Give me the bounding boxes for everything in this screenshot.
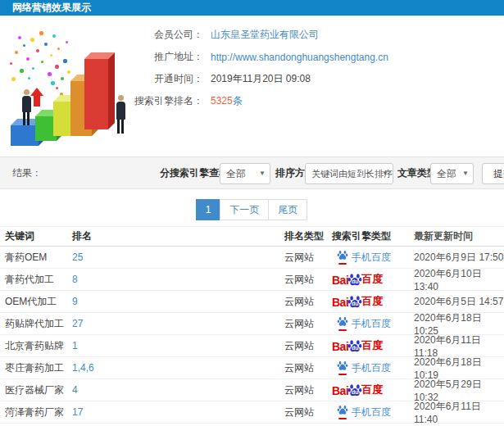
rank-link[interactable]: 8 — [72, 274, 78, 285]
rank-cell: 9 — [67, 296, 279, 307]
chevron-down-icon: ▼ — [259, 164, 266, 184]
field-label: 推广地址： — [90, 50, 203, 64]
promo-url-link[interactable]: http://www.shandonghuangshengtang.cn — [211, 52, 388, 63]
confetti-dot — [55, 65, 59, 69]
confetti-dot — [41, 61, 43, 63]
confetti-dot — [44, 43, 48, 46]
engine-cell: Baidu百度 — [327, 272, 409, 287]
keyword-cell: 药贴牌代加工 — [0, 317, 67, 331]
keyword-cell: 菏泽膏药厂家 — [0, 406, 67, 419]
table-row: 枣庄膏药加工1,4,6云网站手机百度2020年6月18日 10:19 — [0, 357, 504, 379]
rank-link[interactable]: 17 — [72, 406, 83, 418]
confetti-dot — [51, 81, 55, 85]
rank-cell: 25 — [67, 252, 279, 263]
keyword-cell: 北京膏药贴牌 — [0, 339, 67, 353]
header-keyword: 关键词 — [0, 229, 67, 243]
table-row: 北京膏药贴牌1云网站Baidu百度2020年6月11日 11:18 — [0, 335, 504, 357]
rank-link[interactable]: 25 — [72, 252, 83, 263]
rank-type-cell: 云网站 — [279, 317, 327, 331]
updated-cell: 2020年6月10日 13:40 — [409, 267, 504, 292]
engine-cell: 手机百度 — [327, 316, 409, 331]
info-field-company: 会员公司： 山东皇圣堂药业有限公司 — [90, 24, 388, 46]
pagination: 1 下一页 尾页 — [0, 199, 504, 220]
info-field-open-time: 开通时间： 2019年11月20日 09:08 — [90, 68, 388, 90]
confetti-dot — [63, 59, 67, 63]
sort-select[interactable]: 关键词由短到长排序▼ — [305, 163, 393, 184]
info-field-rank-count: 搜索引擎排名： 5325条 — [90, 90, 388, 112]
rank-type-cell: 云网站 — [279, 406, 327, 419]
member-info: 会员公司： 山东皇圣堂药业有限公司 推广地址： http://www.shand… — [90, 24, 388, 112]
confetti-dot — [52, 34, 56, 38]
field-label: 搜索引擎排名： — [90, 94, 203, 108]
confetti-dot — [30, 38, 34, 42]
confetti-dot — [23, 44, 25, 47]
confetti-dot — [48, 72, 52, 76]
rank-cell: 27 — [67, 318, 279, 329]
table-row: 膏药代加工8云网站Baidu百度2020年6月10日 13:40 — [0, 269, 504, 291]
rank-count-value: 5325 — [211, 95, 233, 106]
confetti-dot — [39, 31, 43, 35]
updated-cell: 2020年6月5日 14:57 — [409, 295, 504, 309]
article-type-select[interactable]: 全部▼ — [430, 163, 474, 184]
result-label: 结果： — [12, 157, 42, 188]
confetti-dot — [50, 54, 52, 57]
chevron-down-icon: ▼ — [382, 164, 388, 184]
header-rank: 排名 — [67, 229, 279, 243]
last-page-button[interactable]: 尾页 — [268, 199, 307, 220]
rank-type-cell: 云网站 — [279, 273, 327, 287]
page-1-button[interactable]: 1 — [196, 199, 221, 220]
baidu-logo: Baidu百度 — [332, 294, 383, 309]
rank-type-cell: 云网站 — [279, 295, 327, 309]
keyword-cell: OEM代加工 — [0, 295, 67, 309]
engine-cell: Baidu百度 — [327, 383, 409, 397]
baidu-logo: Baidu百度 — [332, 272, 383, 287]
engine-cell: Baidu百度 — [327, 294, 409, 309]
confetti-dot — [32, 67, 34, 70]
confetti-dot — [61, 77, 64, 80]
growth-arrow-icon — [30, 88, 43, 106]
next-page-button[interactable]: 下一页 — [220, 199, 269, 220]
keyword-cell: 枣庄膏药加工 — [0, 361, 67, 375]
company-link[interactable]: 山东皇圣堂药业有限公司 — [211, 28, 319, 42]
rank-cell: 17 — [67, 406, 279, 418]
rank-link[interactable]: 9 — [72, 296, 78, 307]
field-label: 会员公司： — [90, 28, 203, 42]
baidu-paw-icon — [337, 250, 348, 261]
rank-cell: 1,4,6 — [67, 362, 279, 374]
header-updated: 最新更新时间 — [409, 229, 504, 243]
engine-filter-label: 分搜索引擎查看 — [160, 157, 229, 188]
rank-link[interactable]: 4 — [72, 384, 78, 396]
mobile-baidu-logo: 手机百度 — [337, 405, 391, 419]
page-title: 网络营销效果展示 — [0, 0, 504, 16]
rank-link[interactable]: 1 — [72, 340, 78, 351]
engine-cell: 手机百度 — [327, 250, 409, 265]
mobile-baidu-logo: 手机百度 — [337, 316, 391, 331]
submit-button[interactable]: 提交 — [482, 163, 504, 184]
mobile-baidu-logo: 手机百度 — [337, 360, 391, 375]
baidu-logo: Baidu百度 — [332, 383, 383, 397]
confetti-dot — [28, 77, 30, 79]
rank-link[interactable]: 1,4,6 — [72, 362, 94, 374]
rank-cell: 8 — [67, 274, 279, 285]
table-row: 菏泽膏药厂家17云网站手机百度2020年6月11日 11:40 — [0, 401, 504, 424]
rank-cell: 4 — [67, 384, 279, 396]
baidu-paw-icon — [337, 316, 348, 327]
confetti-dot — [26, 57, 30, 61]
rank-link[interactable]: 27 — [72, 318, 83, 329]
updated-cell: 2020年6月9日 17:50 — [409, 251, 504, 265]
open-time-value: 2019年11月20日 09:08 — [211, 72, 311, 86]
rank-count-unit: 条 — [233, 95, 243, 106]
baidu-logo: Baidu百度 — [332, 338, 383, 353]
engine-cell: Baidu百度 — [327, 338, 409, 353]
confetti-dot — [18, 36, 21, 39]
engine-filter-select[interactable]: 全部▼ — [220, 163, 270, 184]
confetti-dot — [56, 87, 58, 89]
header-engine-type: 搜索引擎类型 — [327, 229, 409, 243]
baidu-paw-icon — [337, 360, 348, 371]
bar-blue — [11, 125, 39, 146]
confetti-dot — [10, 62, 12, 65]
table-row: OEM代加工9云网站Baidu百度2020年6月5日 14:57 — [0, 291, 504, 313]
confetti-dot — [66, 41, 68, 43]
results-table: 关键词 排名 排名类型 搜索引擎类型 最新更新时间 膏药OEM25云网站手机百度… — [0, 226, 504, 424]
engine-cell: 手机百度 — [327, 405, 409, 419]
